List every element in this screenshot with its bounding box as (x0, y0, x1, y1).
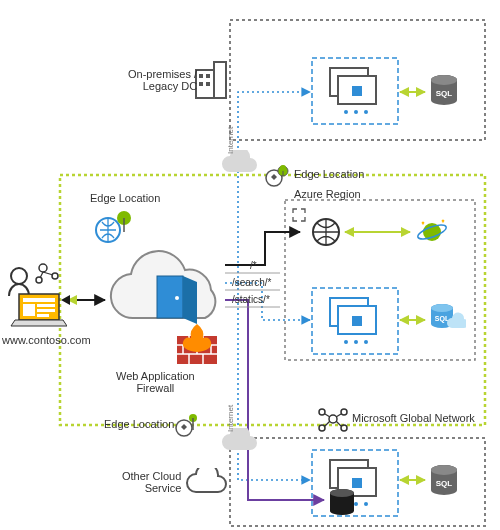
waf-label: Web Application Firewall (116, 370, 195, 394)
route-root (225, 232, 300, 265)
svg-point-37 (39, 264, 47, 272)
svg-rect-44 (37, 309, 55, 312)
svg-rect-41 (23, 298, 55, 302)
svg-point-31 (354, 340, 358, 344)
onprem-sql-icon: SQL (428, 74, 460, 112)
svg-point-32 (364, 340, 368, 344)
svg-point-38 (52, 273, 58, 279)
edge-pin-bottom (175, 412, 201, 440)
edge-location-bottom-label: Edge Location (104, 418, 174, 430)
msgn-label: Microsoft Global Network (352, 412, 475, 424)
svg-rect-10 (206, 82, 210, 86)
svg-point-53 (319, 409, 325, 415)
svg-rect-6 (214, 62, 226, 98)
edge-pin-top (265, 162, 291, 190)
azure-region-label: Azure Region (294, 188, 361, 200)
svg-point-30 (344, 340, 348, 344)
svg-rect-59 (352, 478, 362, 488)
edge-location-inside-label: Edge Location (90, 192, 160, 204)
svg-point-67 (330, 489, 354, 497)
svg-point-55 (319, 425, 325, 431)
svg-rect-5 (196, 70, 214, 98)
onprem-vm-icon (324, 66, 384, 118)
route-search-label: /search/* (232, 277, 271, 288)
internet-label-bottom: Internet (226, 405, 235, 432)
othercloud-storage-icon (328, 488, 356, 522)
svg-point-15 (354, 110, 358, 114)
svg-rect-29 (352, 316, 362, 326)
svg-point-14 (344, 110, 348, 114)
svg-rect-8 (206, 74, 210, 78)
svg-rect-7 (199, 74, 203, 78)
azure-sql-icon: SQL (428, 302, 466, 340)
othercloud-icon (184, 468, 228, 500)
svg-point-21 (280, 165, 286, 171)
svg-text:SQL: SQL (436, 89, 453, 98)
building-icon (194, 60, 228, 102)
svg-rect-42 (23, 304, 35, 316)
svg-rect-43 (37, 304, 55, 307)
svg-point-64 (431, 465, 457, 475)
internet-cloud-bottom (218, 428, 262, 460)
svg-point-54 (341, 409, 347, 415)
azure-vm-icon (324, 296, 384, 348)
svg-rect-9 (199, 82, 203, 86)
svg-point-56 (341, 425, 347, 431)
website-label: www.contoso.com (2, 334, 91, 346)
svg-point-16 (364, 110, 368, 114)
onprem-label: On-premises / Legacy DC (128, 68, 197, 92)
svg-rect-13 (352, 86, 362, 96)
svg-point-34 (431, 304, 453, 312)
svg-text:SQL: SQL (436, 479, 453, 488)
svg-rect-46 (157, 276, 183, 318)
othercloud-label: Other Cloud Service (122, 470, 181, 494)
svg-point-36 (11, 268, 27, 284)
edge-location-top-label: Edge Location (294, 168, 364, 180)
othercloud-sql-icon: SQL (428, 464, 460, 502)
msgn-icon (318, 404, 348, 436)
internet-cloud-top (218, 150, 262, 182)
edge-pin-inside (94, 208, 134, 246)
client-icon (5, 262, 67, 330)
azure-expand-icon (292, 208, 306, 224)
azure-globe-icon (310, 216, 342, 250)
svg-point-18 (431, 75, 457, 85)
internet-label-top: Internet (226, 127, 235, 154)
firewall-icon (175, 322, 219, 368)
route-root-label: /* (250, 260, 257, 271)
svg-rect-45 (37, 314, 49, 317)
svg-point-52 (329, 415, 337, 423)
azure-cosmos-icon (416, 216, 448, 250)
route-statics (225, 300, 324, 500)
route-statics-label: /statics/* (232, 294, 270, 305)
svg-point-48 (175, 296, 179, 300)
svg-point-39 (36, 277, 42, 283)
svg-point-62 (364, 502, 368, 506)
